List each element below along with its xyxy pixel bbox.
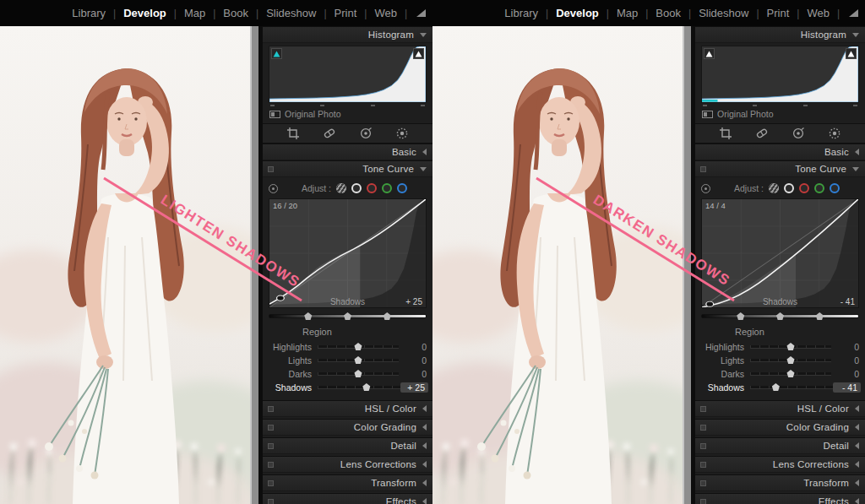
histogram[interactable]: [269, 46, 427, 103]
slider-track[interactable]: [750, 382, 833, 392]
masking-tool[interactable]: [395, 127, 409, 140]
crop-overlay-tool[interactable]: [286, 127, 300, 140]
slider-track[interactable]: [318, 369, 399, 378]
crop-overlay-tool[interactable]: [719, 127, 732, 140]
panel-detail[interactable]: Detail: [695, 437, 865, 454]
parametric-curve-icon[interactable]: [336, 183, 346, 193]
slider-knob[interactable]: [786, 343, 795, 350]
shadow-clipping-indicator[interactable]: [704, 48, 715, 59]
menu-map[interactable]: Map: [184, 7, 205, 19]
shadow-clipping-indicator[interactable]: [271, 48, 282, 59]
panel-corner-icon[interactable]: [416, 9, 426, 17]
panel-hsl-color[interactable]: HSL / Color: [695, 400, 865, 417]
highlight-clipping-indicator[interactable]: [846, 48, 857, 59]
green-channel-icon[interactable]: [382, 183, 392, 193]
menu-book[interactable]: Book: [656, 7, 681, 19]
basic-panel-header[interactable]: Basic: [263, 144, 432, 160]
red-channel-icon[interactable]: [367, 183, 377, 193]
highlight-clipping-indicator[interactable]: [413, 48, 424, 59]
menu-print[interactable]: Print: [335, 7, 357, 19]
menu-develop[interactable]: Develop: [123, 7, 166, 19]
menu-slideshow[interactable]: Slideshow: [699, 7, 748, 19]
panel-switch-icon[interactable]: [268, 406, 274, 412]
slider-knob[interactable]: [771, 383, 780, 391]
original-photo-row[interactable]: Original Photo: [269, 109, 426, 119]
slider-track[interactable]: [750, 342, 831, 351]
slider-knob[interactable]: [362, 383, 371, 391]
photo-canvas[interactable]: [432, 26, 683, 504]
basic-panel-header[interactable]: Basic: [695, 144, 865, 160]
tone-curve-graph[interactable]: 16 / 20 Shadows + 25: [269, 198, 427, 308]
original-photo-row[interactable]: Original Photo: [702, 109, 858, 119]
histogram-panel-header[interactable]: Histogram: [695, 26, 865, 43]
target-adjustment-icon[interactable]: [701, 184, 710, 193]
panel-switch-icon[interactable]: [268, 462, 274, 468]
point-curve-icon[interactable]: [351, 183, 362, 193]
slider-track[interactable]: [750, 369, 831, 378]
panel-transform[interactable]: Transform: [695, 474, 865, 491]
panel-effects[interactable]: Effects: [263, 493, 432, 504]
tone-curve-panel-header[interactable]: Tone Curve: [695, 160, 865, 177]
target-adjustment-icon[interactable]: [269, 184, 278, 193]
menu-web[interactable]: Web: [807, 7, 830, 19]
menu-develop[interactable]: Develop: [556, 7, 599, 19]
panel-lens-corrections[interactable]: Lens Corrections: [263, 456, 432, 473]
panel-switch-icon[interactable]: [700, 425, 706, 431]
panel-switch-icon[interactable]: [700, 443, 706, 449]
before-after-icon[interactable]: [702, 111, 713, 118]
slider-track[interactable]: [318, 342, 399, 351]
histogram[interactable]: [701, 46, 859, 103]
histogram-panel-header[interactable]: Histogram: [263, 26, 432, 43]
panel-lens-corrections[interactable]: Lens Corrections: [695, 456, 865, 473]
slider-track[interactable]: [750, 355, 831, 365]
before-after-icon[interactable]: [269, 111, 280, 118]
panel-switch-icon[interactable]: [700, 499, 706, 504]
panel-switch-icon[interactable]: [700, 462, 706, 468]
blue-channel-icon[interactable]: [830, 183, 840, 193]
slider-knob[interactable]: [786, 356, 795, 364]
red-eye-tool[interactable]: [359, 127, 373, 140]
panel-color-grading[interactable]: Color Grading: [695, 419, 865, 436]
panel-corner-icon[interactable]: [849, 9, 858, 17]
panel-detail[interactable]: Detail: [263, 437, 432, 454]
curve-split-slider[interactable]: [701, 311, 859, 321]
point-curve-icon[interactable]: [784, 183, 794, 193]
panel-transform[interactable]: Transform: [263, 474, 432, 491]
tone-curve-graph[interactable]: 14 / 4 Shadows - 41: [701, 198, 859, 308]
menu-map[interactable]: Map: [617, 7, 638, 19]
slider-track[interactable]: [318, 355, 399, 365]
slider-knob[interactable]: [354, 356, 362, 364]
panel-effects[interactable]: Effects: [695, 493, 865, 504]
red-eye-tool[interactable]: [792, 127, 805, 140]
parametric-curve-icon[interactable]: [769, 183, 779, 193]
panel-switch-icon[interactable]: [700, 480, 706, 486]
spot-removal-tool[interactable]: [755, 127, 769, 140]
panel-switch-icon[interactable]: [268, 499, 274, 504]
panel-switch-icon[interactable]: [268, 480, 274, 486]
slider-knob[interactable]: [354, 343, 362, 350]
green-channel-icon[interactable]: [814, 183, 824, 193]
menu-print[interactable]: Print: [767, 7, 790, 19]
tone-curve-panel-header[interactable]: Tone Curve: [263, 160, 432, 177]
menu-web[interactable]: Web: [374, 7, 397, 19]
menu-slideshow[interactable]: Slideshow: [266, 7, 316, 19]
photo-canvas[interactable]: [0, 26, 250, 504]
curve-split-slider[interactable]: [269, 311, 427, 321]
masking-tool[interactable]: [828, 127, 841, 140]
panel-switch-icon[interactable]: [268, 166, 274, 172]
panel-switch-icon[interactable]: [700, 406, 706, 412]
panel-switch-icon[interactable]: [268, 443, 274, 449]
panel-switch-icon[interactable]: [700, 166, 706, 172]
menu-library[interactable]: Library: [72, 7, 106, 19]
slider-track[interactable]: [318, 382, 400, 392]
panel-color-grading[interactable]: Color Grading: [263, 419, 432, 436]
scrollbar[interactable]: [250, 26, 263, 504]
panel-switch-icon[interactable]: [268, 425, 274, 431]
spot-removal-tool[interactable]: [323, 127, 336, 140]
red-channel-icon[interactable]: [799, 183, 809, 193]
scrollbar[interactable]: [683, 26, 695, 504]
slider-knob[interactable]: [354, 370, 362, 377]
menu-library[interactable]: Library: [504, 7, 538, 19]
blue-channel-icon[interactable]: [397, 183, 407, 193]
menu-book[interactable]: Book: [223, 7, 248, 19]
